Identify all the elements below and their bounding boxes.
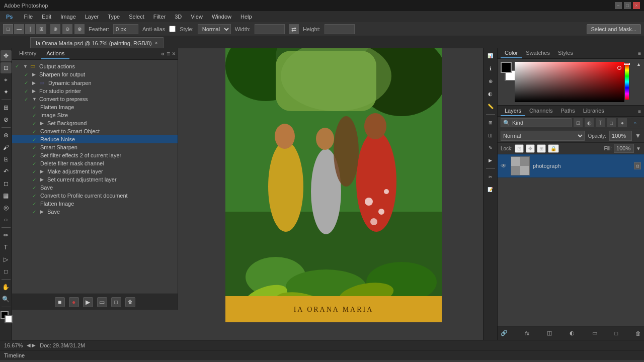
path-select-tool[interactable]: ▷ bbox=[1, 254, 12, 265]
blend-mode-select[interactable]: Normal bbox=[501, 131, 585, 141]
menu-filter[interactable]: Filter bbox=[149, 13, 170, 21]
fill-input[interactable] bbox=[614, 144, 634, 153]
fill-stepper[interactable]: ▼ bbox=[636, 146, 641, 151]
menu-image[interactable]: Image bbox=[56, 13, 80, 21]
opacity-stepper[interactable]: ▼ bbox=[635, 132, 641, 139]
actions-tab[interactable]: Actions bbox=[41, 48, 69, 59]
eraser-tool[interactable]: ◻ bbox=[1, 178, 12, 189]
menu-type[interactable]: Type bbox=[104, 13, 124, 21]
channels-icon[interactable]: ◫ bbox=[485, 130, 496, 141]
dynamic-sharpen-item[interactable]: ✓ ▶ ▭ Dynamic sharpen bbox=[12, 78, 178, 87]
save-2-item[interactable]: ✓ ▶ Save bbox=[12, 208, 178, 216]
lock-pixels-button[interactable]: ⊡ bbox=[515, 144, 524, 153]
convert-profile-item[interactable]: ✓ Convert to Profile current document bbox=[12, 192, 178, 200]
dodge-tool[interactable]: ○ bbox=[1, 214, 12, 225]
zoom-tool[interactable]: 🔍 bbox=[1, 294, 12, 305]
next-arrow[interactable]: ▶ bbox=[32, 342, 36, 348]
close-button[interactable]: × bbox=[633, 2, 640, 9]
menu-window[interactable]: Window bbox=[208, 13, 235, 21]
shape-filter-icon[interactable]: □ bbox=[607, 118, 616, 127]
minimize-button[interactable]: − bbox=[615, 2, 622, 9]
close-tab-icon[interactable]: × bbox=[155, 40, 158, 46]
marquee-rect-icon[interactable]: □ bbox=[3, 24, 13, 34]
set-background-item[interactable]: ✓ ▶ Set Background bbox=[12, 119, 178, 127]
make-adjustment-item[interactable]: ✓ ▶ Make adjustment layer bbox=[12, 167, 178, 175]
stop-action-button[interactable]: ■ bbox=[55, 297, 65, 307]
intersect-selection-icon[interactable]: ⊗ bbox=[74, 24, 85, 34]
studio-printer-item[interactable]: ✓ ▶ For studio printer bbox=[12, 87, 178, 95]
menu-edit[interactable]: Edit bbox=[38, 13, 55, 21]
hue-slider[interactable] bbox=[625, 64, 629, 100]
height-input[interactable] bbox=[325, 24, 355, 34]
swap-wh-icon[interactable]: ⇄ bbox=[289, 24, 299, 34]
layer-link-button[interactable]: 🔗 bbox=[501, 330, 508, 336]
convert-prepress-item[interactable]: ✓ ▼ Convert to prepress bbox=[12, 95, 178, 103]
menu-layer[interactable]: Layer bbox=[81, 13, 103, 21]
shape-tool[interactable]: □ bbox=[1, 266, 12, 277]
layers-panel-menu[interactable]: ≡ bbox=[638, 109, 641, 114]
set-current-adjustment-item[interactable]: ✓ ▶ Set current adjustment layer bbox=[12, 175, 178, 184]
sharpen-output-item[interactable]: ✓ ▶ Sharpen for output bbox=[12, 70, 178, 78]
record-action-button[interactable]: ● bbox=[69, 297, 79, 307]
styles-tab[interactable]: Styles bbox=[554, 48, 577, 58]
paths-icon[interactable]: ✎ bbox=[485, 142, 496, 153]
filter-toggle[interactable]: ○ bbox=[629, 118, 641, 127]
history-brush-tool[interactable]: ↶ bbox=[1, 166, 12, 177]
eyedropper-tool[interactable]: ⊘ bbox=[1, 114, 12, 125]
text-filter-icon[interactable]: T bbox=[596, 118, 605, 127]
clone-tool[interactable]: ⎘ bbox=[1, 154, 12, 165]
menu-3d[interactable]: 3D bbox=[171, 13, 186, 21]
actions-icon-right[interactable]: ▶ bbox=[485, 155, 496, 166]
crop-tool[interactable]: ⊞ bbox=[1, 102, 12, 113]
subtract-selection-icon[interactable]: ⊖ bbox=[62, 24, 72, 34]
gradient-tool[interactable]: ▦ bbox=[1, 190, 12, 201]
maximize-button[interactable]: □ bbox=[624, 2, 631, 9]
pixel-filter-icon[interactable]: ⊡ bbox=[574, 118, 583, 127]
antialias-checkbox[interactable] bbox=[169, 26, 176, 32]
lasso-tool[interactable]: ⌖ bbox=[1, 74, 12, 85]
flatten-image-1-item[interactable]: ✓ Flatten Image bbox=[12, 103, 178, 111]
lock-all-button[interactable]: 🔒 bbox=[548, 144, 559, 153]
color-panel-menu[interactable]: ≡ bbox=[638, 51, 641, 56]
move-tool[interactable]: ✥ bbox=[1, 50, 12, 61]
foreground-color-swatch[interactable] bbox=[501, 62, 512, 73]
blur-tool[interactable]: ◎ bbox=[1, 202, 12, 213]
notes-icon[interactable]: 📝 bbox=[485, 184, 496, 195]
marquee-options-icon[interactable]: ⊞ bbox=[36, 24, 46, 34]
color-gradient-picker[interactable] bbox=[515, 62, 631, 102]
info-icon[interactable]: ℹ bbox=[485, 63, 496, 74]
set-filter-effects-item[interactable]: ✓ Set filter effects 2 of current layer bbox=[12, 151, 178, 159]
lock-artboard-button[interactable]: ⊞ bbox=[537, 144, 546, 153]
layer-visibility-eye[interactable]: 👁 bbox=[501, 162, 508, 169]
style-select[interactable]: Normal bbox=[198, 24, 231, 34]
background-color[interactable] bbox=[5, 315, 13, 323]
select-and-mask-button[interactable]: Select and Mask... bbox=[587, 24, 641, 34]
app-icon[interactable]: Ps bbox=[2, 13, 17, 21]
libraries-tab[interactable]: Libraries bbox=[579, 106, 608, 116]
image-size-item[interactable]: ✓ Image Size bbox=[12, 111, 178, 119]
menu-select[interactable]: Select bbox=[125, 13, 148, 21]
paths-tab[interactable]: Paths bbox=[557, 106, 579, 116]
color-tab[interactable]: Color bbox=[501, 48, 522, 58]
selection-tool[interactable]: ⊡ bbox=[1, 62, 12, 73]
layers-icon-right[interactable]: ⊞ bbox=[485, 117, 496, 128]
healing-brush-tool[interactable]: ⊛ bbox=[1, 130, 12, 141]
marquee-single-row-icon[interactable]: — bbox=[14, 24, 24, 34]
layer-mask-button[interactable]: ◫ bbox=[547, 330, 552, 336]
layers-tab[interactable]: Layers bbox=[501, 106, 525, 116]
close-panel-button[interactable]: × bbox=[172, 50, 176, 57]
smart-sharpen-item[interactable]: ✓ Smart Sharpen bbox=[12, 143, 178, 151]
new-action-button[interactable]: □ bbox=[111, 297, 121, 307]
kind-filter[interactable]: 🔍 Kind bbox=[501, 118, 572, 127]
play-action-button[interactable]: ▶ bbox=[83, 297, 93, 307]
layer-group-button[interactable]: ▭ bbox=[592, 330, 597, 336]
delete-action-button[interactable]: 🗑 bbox=[125, 297, 135, 307]
collapse-panel-button[interactable]: « bbox=[161, 50, 165, 57]
menu-help[interactable]: Help bbox=[236, 13, 256, 21]
new-layer-button[interactable]: □ bbox=[615, 330, 618, 336]
document-tab[interactable]: Ia Orana Maria.psd @ 16.7% (painting, RG… bbox=[30, 37, 164, 48]
opacity-input[interactable] bbox=[609, 131, 632, 141]
text-tool[interactable]: T bbox=[1, 242, 12, 253]
add-selection-icon[interactable]: ⊕ bbox=[50, 24, 60, 34]
menu-file[interactable]: File bbox=[20, 13, 37, 21]
